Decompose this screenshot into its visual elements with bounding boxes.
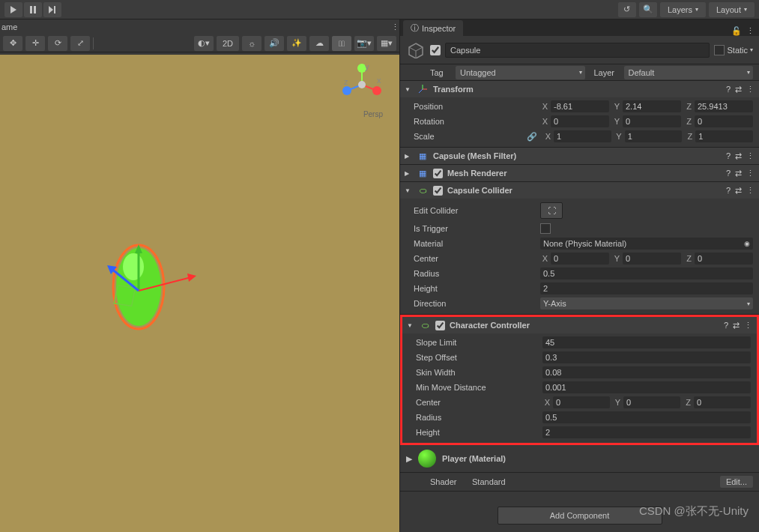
cc-center-x[interactable] (551, 253, 609, 265)
foldout-icon[interactable]: ▼ (405, 187, 412, 194)
menu-icon[interactable]: ⋮ (746, 169, 755, 178)
skin-width[interactable] (542, 366, 751, 378)
step-offset[interactable] (542, 351, 751, 363)
static-toggle[interactable]: Static▾ (714, 45, 753, 55)
scale-y[interactable] (625, 130, 683, 142)
ch-center-y[interactable] (623, 396, 680, 408)
help-icon[interactable]: ? (726, 151, 731, 161)
scene-vis-toggle[interactable]: ☁ (309, 36, 329, 51)
foldout-icon[interactable]: ▶ (405, 153, 412, 160)
play-button[interactable] (4, 2, 22, 17)
svg-point-6 (372, 86, 381, 95)
is-trigger-checkbox[interactable] (540, 223, 551, 234)
cc-direction[interactable]: Y-Axis (540, 297, 753, 309)
component-header[interactable]: ▼ ⬭ Capsule Collider ?⇄⋮ (400, 182, 759, 199)
lighting-toggle[interactable]: ☼ (242, 36, 261, 51)
preset-icon[interactable]: ⇄ (733, 321, 740, 330)
preset-icon[interactable]: ⇄ (735, 85, 742, 94)
foldout-icon[interactable]: ▶ (405, 170, 412, 177)
position-x[interactable] (551, 100, 609, 112)
move-tool[interactable]: ✛ (25, 36, 45, 51)
cc-center-y[interactable] (623, 253, 681, 265)
component-enabled[interactable] (433, 186, 443, 196)
menu-icon[interactable]: ⋮ (746, 151, 755, 161)
preset-icon[interactable]: ⇄ (735, 151, 742, 161)
projection-label[interactable]: Persp (363, 110, 383, 118)
ch-center-x[interactable] (553, 396, 610, 408)
physic-material-field[interactable]: None (Physic Material) (540, 238, 753, 250)
position-z[interactable] (695, 100, 753, 112)
inspector-tab[interactable]: ⓘInspector (403, 20, 463, 36)
rotation-y[interactable] (623, 115, 681, 127)
menu-icon[interactable]: ⋮ (746, 85, 755, 94)
active-checkbox[interactable] (430, 45, 441, 55)
help-icon[interactable]: ? (724, 321, 728, 330)
panel-menu-icon[interactable]: ⋮ (391, 22, 399, 32)
panel-menu-icon[interactable]: ⋮ (746, 26, 755, 36)
scale-x[interactable] (554, 130, 611, 142)
foldout-icon[interactable]: ▶ (406, 454, 412, 464)
mesh-filter-icon: ▦ (417, 150, 429, 162)
min-move-distance[interactable] (542, 381, 751, 393)
add-component-button[interactable]: Add Component (498, 507, 662, 525)
preset-icon[interactable]: ⇄ (735, 169, 742, 178)
edit-shader-button[interactable]: Edit... (720, 476, 753, 488)
lock-icon[interactable]: 🔓 (731, 26, 742, 36)
scene-toolbar: ✥ ✛ ⟳ ⤢ ◐▾ 2D ☼ 🔊 ✨ ☁ 👁⃠ 📷▾ ▦▾ (0, 34, 399, 52)
menu-icon[interactable]: ⋮ (744, 321, 752, 330)
view-tool[interactable]: ✥ (3, 36, 22, 51)
step-button[interactable] (43, 2, 61, 17)
capsule-gameobject[interactable] (105, 223, 210, 343)
mesh-renderer-component: ▶ ▦ Mesh Renderer ?⇄⋮ (400, 165, 759, 182)
scale-tool[interactable]: ⤢ (70, 36, 90, 51)
tag-dropdown[interactable]: Untagged (456, 66, 585, 79)
component-header[interactable]: ▶ ▦ Capsule (Mesh Filter) ?⇄⋮ (400, 148, 759, 164)
shading-mode-dropdown[interactable]: ◐▾ (194, 36, 214, 51)
ch-height[interactable] (542, 426, 751, 438)
audio-toggle[interactable]: 🔊 (264, 36, 284, 51)
search-button[interactable]: 🔍 (639, 2, 657, 17)
help-icon[interactable]: ? (726, 85, 731, 94)
help-icon[interactable]: ? (726, 186, 731, 196)
help-icon[interactable]: ? (726, 169, 731, 178)
shader-dropdown[interactable]: Standard (472, 477, 716, 486)
rotate-tool[interactable]: ⟳ (48, 36, 67, 51)
gizmos-toggle[interactable]: ▦▾ (377, 36, 396, 51)
cc-radius[interactable] (540, 267, 753, 279)
hidden-toggle[interactable]: 👁⃠ (332, 36, 351, 51)
pause-button[interactable] (24, 2, 42, 17)
layer-dropdown[interactable]: Default (624, 66, 754, 79)
foldout-icon[interactable]: ▼ (405, 86, 412, 93)
object-name-input[interactable] (445, 43, 710, 58)
2d-toggle[interactable]: 2D (217, 36, 239, 51)
component-enabled[interactable] (435, 321, 445, 330)
cc-height[interactable] (540, 282, 753, 294)
rotation-z[interactable] (695, 115, 753, 127)
undo-history-button[interactable]: ↺ (618, 2, 636, 17)
svg-rect-1 (30, 6, 32, 13)
gameobject-icon[interactable] (406, 40, 426, 60)
slope-limit[interactable] (542, 336, 751, 348)
component-header[interactable]: ▶ ▦ Mesh Renderer ?⇄⋮ (400, 165, 759, 181)
link-icon[interactable]: 🔗 (527, 132, 537, 142)
cc-center-z[interactable] (695, 253, 753, 265)
scene-viewport[interactable]: xyz Persp (0, 55, 399, 532)
preset-icon[interactable]: ⇄ (735, 186, 742, 196)
ch-center-z[interactable] (694, 396, 751, 408)
layers-dropdown[interactable]: Layers▾ (660, 2, 706, 17)
camera-toggle[interactable]: 📷▾ (354, 36, 374, 51)
component-header[interactable]: ▼ ⬭ Character Controller ?⇄⋮ (402, 317, 757, 333)
menu-icon[interactable]: ⋮ (746, 186, 755, 196)
material-header[interactable]: ▶ Player (Material) (400, 445, 759, 473)
layout-dropdown[interactable]: Layout▾ (709, 2, 755, 17)
component-enabled[interactable] (433, 169, 443, 178)
component-header[interactable]: ▼ Transform ?⇄⋮ (400, 81, 759, 97)
orientation-gizmo[interactable]: xyz (339, 62, 384, 107)
fx-toggle[interactable]: ✨ (287, 36, 306, 51)
ch-radius[interactable] (542, 411, 751, 423)
position-y[interactable] (623, 100, 681, 112)
rotation-x[interactable] (551, 115, 609, 127)
edit-collider-button[interactable]: ⛶ (540, 202, 563, 219)
scale-z[interactable] (695, 130, 753, 142)
foldout-icon[interactable]: ▼ (407, 322, 414, 329)
